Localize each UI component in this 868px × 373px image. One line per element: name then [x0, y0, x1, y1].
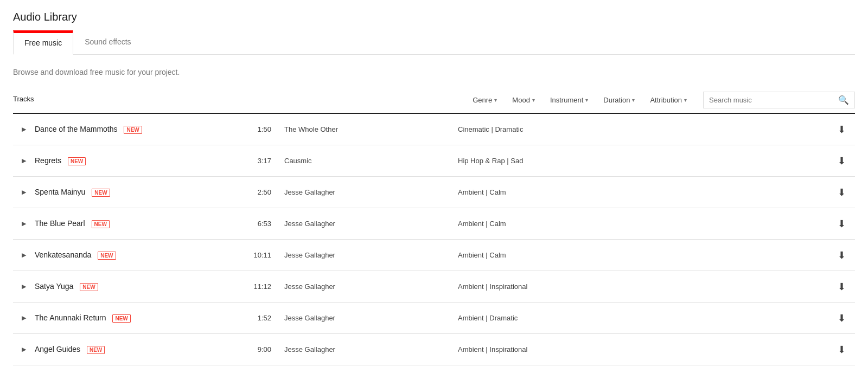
track-artist: Jesse Gallagher — [284, 220, 458, 228]
track-artist: Jesse Gallagher — [284, 314, 458, 322]
download-button-2[interactable]: ⬇ — [828, 186, 855, 198]
tab-sound-effects[interactable]: Sound effects — [73, 30, 142, 55]
new-badge: NEW — [92, 189, 110, 197]
track-row: ▶ Regrets NEW 3:17 Causmic Hip Hop & Rap… — [13, 145, 855, 177]
download-icon: ⬇ — [838, 124, 846, 136]
app-container: Audio Library Free music Sound effects B… — [0, 0, 868, 373]
track-row: ▶ Spenta Mainyu NEW 2:50 Jesse Gallagher… — [13, 177, 855, 208]
track-duration: 1:50 — [241, 125, 284, 133]
play-icon: ▶ — [22, 189, 26, 196]
new-badge: NEW — [124, 126, 142, 134]
track-name: Angel Guides NEW — [35, 345, 241, 354]
mood-dropdown-icon: ▾ — [532, 97, 535, 103]
play-button-5[interactable]: ▶ — [13, 283, 35, 290]
play-icon: ▶ — [22, 314, 26, 321]
search-input[interactable] — [709, 96, 836, 104]
track-duration: 2:50 — [241, 188, 284, 196]
tabs-container: Free music Sound effects — [13, 30, 855, 55]
play-icon: ▶ — [22, 220, 26, 227]
instrument-filter-button[interactable]: Instrument ▾ — [545, 93, 593, 107]
tracks-table: ▶ Dance of the Mammoths NEW 1:50 The Who… — [13, 114, 855, 365]
play-icon: ▶ — [22, 346, 26, 353]
download-button-0[interactable]: ⬇ — [828, 124, 855, 136]
play-icon: ▶ — [22, 283, 26, 290]
download-icon: ⬇ — [838, 312, 846, 324]
track-artist: Jesse Gallagher — [284, 345, 458, 353]
download-button-5[interactable]: ⬇ — [828, 281, 855, 293]
tracks-table-wrapper: ▶ Dance of the Mammoths NEW 1:50 The Who… — [13, 114, 855, 365]
track-duration: 3:17 — [241, 157, 284, 165]
duration-filter-button[interactable]: Duration ▾ — [598, 93, 640, 107]
track-genre: Ambient | Inspirational — [458, 282, 828, 291]
download-button-7[interactable]: ⬇ — [828, 344, 855, 356]
track-duration: 6:53 — [241, 220, 284, 228]
download-icon: ⬇ — [838, 344, 846, 356]
genre-dropdown-icon: ▾ — [494, 97, 497, 103]
play-button-1[interactable]: ▶ — [13, 157, 35, 164]
download-icon: ⬇ — [838, 186, 846, 198]
track-name: Satya Yuga NEW — [35, 282, 241, 291]
track-genre: Ambient | Calm — [458, 220, 828, 228]
track-duration: 1:52 — [241, 314, 284, 322]
download-icon: ⬇ — [838, 281, 846, 293]
track-artist: Jesse Gallagher — [284, 251, 458, 259]
play-button-3[interactable]: ▶ — [13, 220, 35, 227]
track-name: The Anunnaki Return NEW — [35, 313, 241, 323]
track-duration: 9:00 — [241, 345, 284, 353]
track-artist: The Whole Other — [284, 125, 458, 133]
duration-dropdown-icon: ▾ — [632, 97, 635, 103]
play-icon: ▶ — [22, 157, 26, 164]
download-button-6[interactable]: ⬇ — [828, 312, 855, 324]
track-genre: Ambient | Inspirational — [458, 345, 828, 353]
instrument-dropdown-icon: ▾ — [585, 97, 588, 103]
attribution-dropdown-icon: ▾ — [684, 97, 687, 103]
filters-row: Tracks Genre ▾ Mood ▾ Instrument ▾ Durat… — [13, 87, 855, 114]
play-button-2[interactable]: ▶ — [13, 189, 35, 196]
track-name: Dance of the Mammoths NEW — [35, 125, 241, 134]
search-icon: 🔍 — [838, 95, 849, 105]
track-genre: Ambient | Calm — [458, 188, 828, 196]
app-title: Audio Library — [13, 11, 855, 23]
track-name: Venkatesananda NEW — [35, 250, 241, 260]
new-badge: NEW — [98, 252, 116, 260]
play-button-4[interactable]: ▶ — [13, 252, 35, 259]
filter-buttons: Genre ▾ Mood ▾ Instrument ▾ Duration ▾ A… — [467, 92, 855, 108]
track-name: Regrets NEW — [35, 156, 241, 165]
track-row: ▶ The Blue Pearl NEW 6:53 Jesse Gallaghe… — [13, 208, 855, 240]
track-row: ▶ Satya Yuga NEW 11:12 Jesse Gallagher A… — [13, 271, 855, 303]
new-badge: NEW — [92, 220, 110, 228]
play-button-7[interactable]: ▶ — [13, 346, 35, 353]
track-genre: Hip Hop & Rap | Sad — [458, 157, 828, 165]
search-box: 🔍 — [703, 92, 855, 108]
tab-free-music[interactable]: Free music — [13, 30, 73, 55]
track-name: Spenta Mainyu NEW — [35, 188, 241, 197]
track-name: The Blue Pearl NEW — [35, 219, 241, 228]
tracks-label: Tracks — [13, 95, 122, 105]
play-button-6[interactable]: ▶ — [13, 314, 35, 321]
new-badge: NEW — [80, 283, 98, 291]
track-artist: Causmic — [284, 157, 458, 165]
download-icon: ⬇ — [838, 155, 846, 167]
play-icon: ▶ — [22, 126, 26, 133]
download-button-1[interactable]: ⬇ — [828, 155, 855, 167]
track-genre: Cinematic | Dramatic — [458, 125, 828, 133]
download-button-3[interactable]: ⬇ — [828, 218, 855, 230]
genre-filter-button[interactable]: Genre ▾ — [467, 93, 502, 107]
track-artist: Jesse Gallagher — [284, 282, 458, 291]
track-row: ▶ Dance of the Mammoths NEW 1:50 The Who… — [13, 114, 855, 145]
new-badge: NEW — [112, 314, 130, 323]
download-icon: ⬇ — [838, 249, 846, 261]
subtitle: Browse and download free music for your … — [13, 68, 855, 76]
track-genre: Ambient | Calm — [458, 251, 828, 259]
track-duration: 10:11 — [241, 251, 284, 259]
track-duration: 11:12 — [241, 282, 284, 291]
mood-filter-button[interactable]: Mood ▾ — [507, 93, 540, 107]
track-row: ▶ Venkatesananda NEW 10:11 Jesse Gallagh… — [13, 240, 855, 271]
download-button-4[interactable]: ⬇ — [828, 249, 855, 261]
new-badge: NEW — [68, 157, 86, 165]
new-badge: NEW — [87, 346, 105, 354]
attribution-filter-button[interactable]: Attribution ▾ — [644, 93, 692, 107]
track-row: ▶ Angel Guides NEW 9:00 Jesse Gallagher … — [13, 334, 855, 365]
play-button-0[interactable]: ▶ — [13, 126, 35, 133]
track-genre: Ambient | Dramatic — [458, 314, 828, 322]
